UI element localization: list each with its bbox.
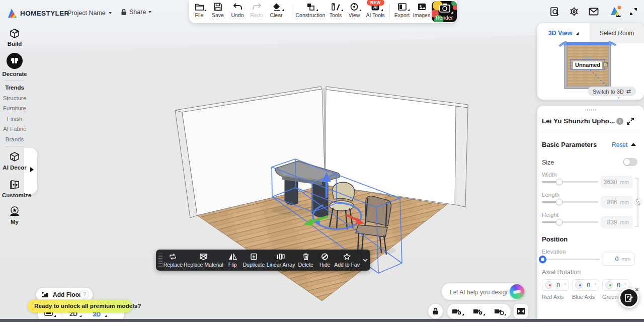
sidebar-category-finish[interactable]: Finish bbox=[0, 116, 29, 122]
sidebar-item-build[interactable]: Build bbox=[2, 28, 27, 47]
blue-axis-label: Blue Axis bbox=[572, 294, 595, 300]
length-slider-handle[interactable] bbox=[556, 199, 562, 205]
decorate-label: Decorate bbox=[2, 71, 27, 77]
tab-corner-icon bbox=[576, 32, 579, 35]
ai-orb-icon[interactable] bbox=[510, 284, 524, 299]
collapse-toolbar-button[interactable] bbox=[360, 259, 370, 262]
fullscreen-icon[interactable] bbox=[629, 7, 638, 16]
split-view-button[interactable] bbox=[514, 304, 528, 318]
export-button[interactable]: Export bbox=[391, 2, 413, 18]
share-menu[interactable]: Share bbox=[121, 9, 151, 16]
help-button[interactable]: ? bbox=[80, 290, 89, 299]
render-button[interactable]: Render bbox=[432, 1, 457, 22]
hide-button[interactable]: Hide bbox=[316, 253, 334, 268]
delete-button[interactable]: Delete bbox=[296, 253, 316, 268]
construction-button[interactable]: Construction bbox=[294, 2, 327, 18]
brand-name: HOMESTYLER bbox=[20, 10, 69, 17]
lock-view-button[interactable] bbox=[428, 304, 443, 318]
toolbar-drag-handle[interactable] bbox=[158, 254, 163, 267]
tutorial-search-icon[interactable] bbox=[550, 7, 560, 17]
length-field[interactable]: 886mm bbox=[601, 196, 633, 208]
replace-icon bbox=[169, 253, 177, 260]
model-title: Lei Yu Shunzhi Upho... bbox=[542, 117, 615, 125]
reset-button[interactable]: Reset bbox=[612, 141, 627, 148]
view-label: View bbox=[345, 12, 363, 18]
premium-banner[interactable]: Ready to unlock all premium models? bbox=[28, 299, 132, 312]
position-title: Position bbox=[542, 235, 568, 243]
info-icon[interactable]: i bbox=[616, 118, 623, 125]
clear-button[interactable]: Clear bbox=[267, 2, 286, 18]
redo-label: Redo bbox=[248, 12, 266, 18]
undo-button[interactable]: Undo bbox=[228, 2, 247, 18]
save-button[interactable]: Save bbox=[209, 2, 226, 18]
feedback-close-icon[interactable]: × bbox=[635, 286, 639, 293]
chevron-down-icon bbox=[363, 259, 368, 262]
hide-icon bbox=[321, 253, 329, 260]
height-field[interactable]: 839mm bbox=[601, 216, 633, 228]
elevation-label: Elevation bbox=[542, 249, 566, 255]
sidebar-category-trends[interactable]: Trends bbox=[0, 85, 29, 91]
elevation-slider[interactable] bbox=[542, 259, 600, 260]
ai-design-text-field[interactable] bbox=[449, 283, 509, 301]
red-axis-field[interactable]: 0° bbox=[542, 279, 569, 291]
sidebar-item-my[interactable]: My bbox=[2, 205, 27, 225]
save-label: Save bbox=[209, 12, 226, 18]
sidebar-flyout-arrow-icon[interactable] bbox=[30, 167, 34, 172]
file-button[interactable]: File bbox=[190, 2, 208, 18]
elevation-field[interactable]: 0mm bbox=[602, 253, 635, 266]
sidebar-category-ai-fabric[interactable]: AI Fabric bbox=[0, 126, 29, 132]
add-to-fav-button[interactable]: Add to Fav bbox=[334, 253, 360, 268]
camera-replay-button[interactable] bbox=[494, 307, 506, 315]
edit-room-name-icon[interactable] bbox=[603, 61, 609, 67]
panel-drag-handle[interactable] bbox=[585, 109, 596, 111]
duplicate-button[interactable]: Duplicate bbox=[242, 253, 266, 268]
elevation-slider-handle[interactable] bbox=[539, 256, 546, 263]
trash-icon bbox=[302, 253, 309, 260]
length-label: Length bbox=[542, 192, 559, 198]
sidebar-item-customize[interactable]: Customize bbox=[2, 179, 27, 198]
sidebar-item-decorate[interactable]: Decorate bbox=[2, 52, 27, 77]
width-field[interactable]: 3630mm bbox=[601, 176, 633, 188]
settings-gear-icon[interactable] bbox=[569, 7, 579, 17]
sidebar-category-furniture[interactable]: Furniture bbox=[0, 105, 29, 111]
chevron-down-icon bbox=[148, 11, 151, 13]
new-badge: NEW bbox=[367, 0, 384, 6]
sidebar-item-ai-decor[interactable]: AI Decor bbox=[2, 151, 27, 171]
flip-button[interactable]: Flip bbox=[223, 253, 242, 268]
linear-array-button[interactable]: Linear Array bbox=[266, 253, 296, 268]
sidebar-category-brands[interactable]: Brands bbox=[0, 136, 29, 142]
build-icon bbox=[9, 28, 20, 39]
link-dimensions-icon[interactable] bbox=[634, 177, 642, 227]
blue-axis-field[interactable]: 0° bbox=[572, 279, 599, 291]
tools-button[interactable]: Tools bbox=[326, 2, 345, 18]
redo-button[interactable]: Redo bbox=[248, 2, 266, 18]
replace-button[interactable]: Replace bbox=[163, 253, 183, 268]
room-name-label[interactable]: Unnamed bbox=[573, 61, 603, 69]
switch-to-3d-button[interactable]: Switch to 3D ⇄ bbox=[588, 87, 636, 96]
width-slider-handle[interactable] bbox=[556, 179, 562, 185]
blue-axis-dial-icon[interactable] bbox=[575, 281, 583, 289]
camera-settings-button[interactable] bbox=[473, 307, 485, 315]
red-axis-dial-icon[interactable] bbox=[545, 281, 552, 289]
messages-mail-icon[interactable] bbox=[589, 8, 599, 16]
dropdown-caret bbox=[408, 9, 410, 11]
collapse-section-icon[interactable] bbox=[631, 143, 636, 146]
tab-select-room[interactable]: Select Room bbox=[590, 23, 644, 43]
project-name-menu[interactable]: Project Name bbox=[67, 10, 112, 17]
add-camera-button[interactable] bbox=[452, 307, 464, 315]
brand-logo-icon[interactable] bbox=[7, 8, 18, 19]
dropdown-caret bbox=[282, 9, 284, 11]
membership-logo-icon[interactable] bbox=[609, 5, 623, 18]
bottom-edge-strip bbox=[0, 319, 644, 322]
height-slider-handle[interactable] bbox=[556, 219, 562, 225]
expand-panel-icon[interactable] bbox=[627, 118, 634, 125]
tab-3d-view[interactable]: 3D View bbox=[537, 23, 590, 43]
replace-material-button[interactable]: Replace Material bbox=[184, 253, 223, 268]
dropdown-caret bbox=[381, 9, 383, 11]
tab-select-room-label: Select Room bbox=[600, 30, 634, 37]
green-axis-dial-icon[interactable] bbox=[605, 281, 613, 289]
view-button[interactable]: View bbox=[345, 2, 363, 18]
sidebar-category-structure[interactable]: Structure bbox=[0, 95, 29, 101]
size-toggle[interactable] bbox=[623, 158, 637, 166]
images-button[interactable]: Images bbox=[412, 2, 432, 18]
